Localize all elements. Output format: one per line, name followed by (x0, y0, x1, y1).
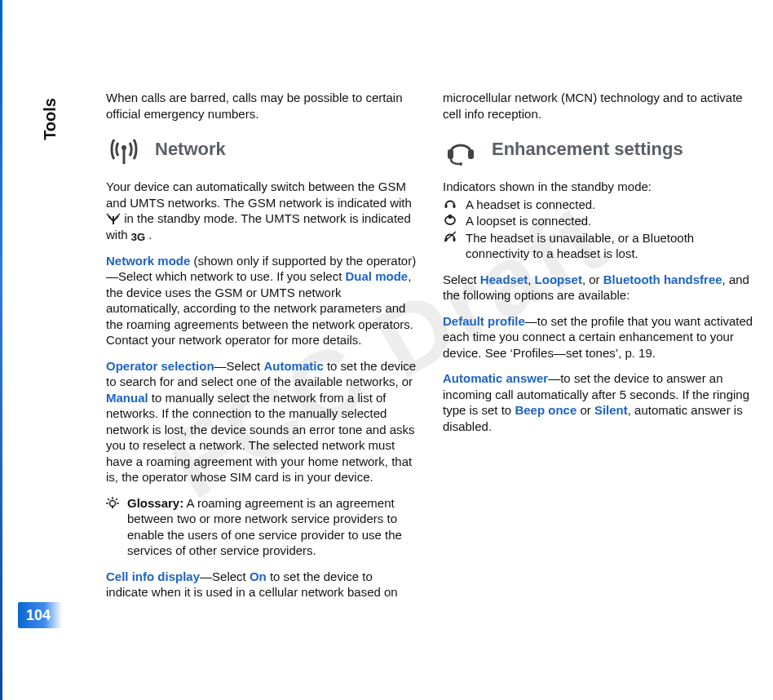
glossary-label: Glossary: (127, 496, 183, 510)
term-cell-info: Cell info display (106, 569, 200, 583)
signal-icon (106, 213, 121, 224)
network-body: Your device can automatically switch bet… (106, 179, 417, 243)
left-rail: Tools (0, 0, 73, 700)
auto-answer-para: Automatic answer—to set the device to an… (443, 370, 753, 434)
opt-silent: Silent (594, 403, 628, 417)
headphones-strike-icon (443, 231, 457, 242)
opt-on: On (250, 569, 267, 583)
opt-loopset: Loopset (535, 272, 582, 286)
enhancement-heading-text: Enhancement settings (492, 138, 683, 162)
opt-bt-handsfree: Bluetooth handsfree (603, 272, 722, 286)
term-network-mode: Network mode (106, 254, 190, 268)
rail-content: Tools (27, 0, 73, 700)
glossary-block: Glossary: A roaming agreement is an agre… (106, 495, 417, 559)
svg-rect-20 (448, 215, 452, 219)
intro-text: When calls are barred, calls may be poss… (106, 90, 417, 122)
headset-icon (443, 131, 479, 167)
opt-beep-once: Beep once (515, 403, 576, 417)
default-profile-para: Default profile—to set the profile that … (443, 313, 753, 361)
term-default-profile: Default profile (443, 314, 525, 328)
network-heading-text: Network (155, 138, 226, 162)
network-heading: Network (106, 131, 417, 167)
opt-dual-mode: Dual mode (345, 269, 408, 283)
svg-rect-15 (468, 149, 474, 159)
headphones-icon (443, 197, 457, 209)
indicator-headset: A headset is connected. (443, 197, 753, 213)
svg-rect-22 (453, 237, 456, 241)
indicators-intro: Indicators shown in the standby mode: (443, 179, 753, 195)
operator-selection-para: Operator selection—Select Automatic to s… (106, 358, 417, 485)
page-number: 104 (18, 602, 62, 628)
antenna-icon (106, 131, 142, 167)
term-auto-answer: Automatic answer (443, 371, 548, 385)
svg-point-16 (459, 162, 462, 166)
svg-point-12 (110, 500, 116, 506)
content-columns: When calls are barred, calls may be poss… (106, 90, 753, 618)
opt-automatic: Automatic (263, 359, 323, 373)
svg-rect-18 (453, 204, 456, 208)
three-g-icon: 3G (131, 232, 145, 243)
svg-rect-14 (448, 149, 453, 159)
bulb-icon (106, 497, 119, 510)
term-operator-selection: Operator selection (106, 359, 214, 373)
enhancement-heading: Enhancement settings (443, 131, 753, 167)
svg-line-10 (108, 498, 109, 500)
svg-rect-17 (445, 204, 448, 208)
opt-headset: Headset (480, 272, 528, 286)
network-mode-para: Network mode (shown only if supported by… (106, 253, 417, 348)
section-title: Tools (41, 98, 60, 140)
opt-manual: Manual (106, 391, 148, 405)
svg-line-11 (116, 498, 117, 500)
select-enh-para: Select Headset, Loopset, or Bluetooth ha… (443, 272, 753, 303)
loopset-icon (443, 214, 457, 225)
indicator-loopset: A loopset is connected. (443, 213, 753, 229)
indicator-bt-lost: The headset is unavailable, or a Bluetoo… (443, 230, 753, 262)
